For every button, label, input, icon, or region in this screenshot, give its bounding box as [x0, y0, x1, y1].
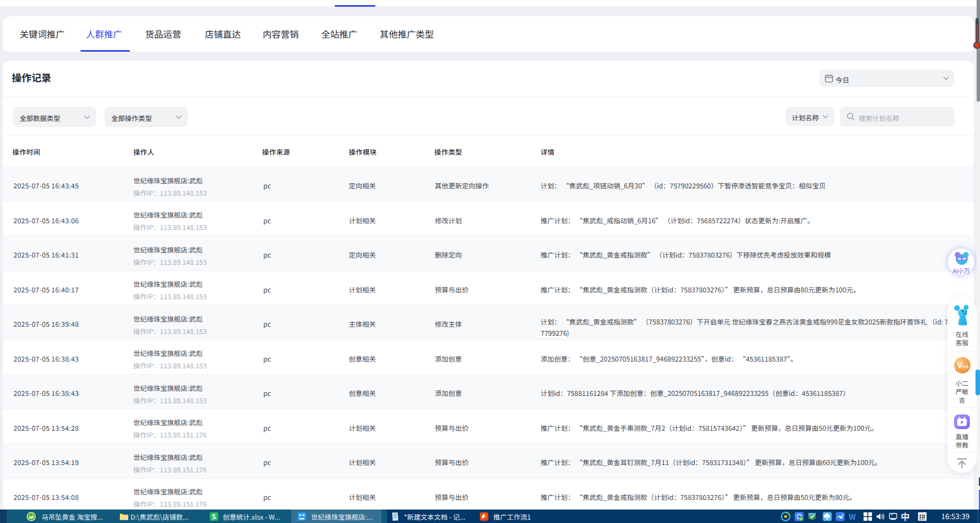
svg-text:W: W — [849, 512, 856, 521]
svg-text:专属: 专属 — [961, 364, 969, 369]
svg-text:S: S — [212, 512, 216, 521]
svg-text:拼: 拼 — [919, 512, 926, 521]
